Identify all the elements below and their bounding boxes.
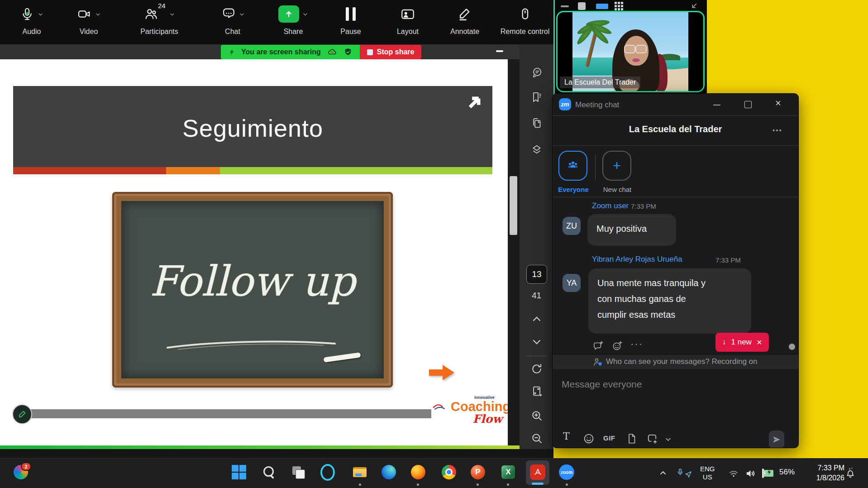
stop-share-button[interactable]: Stop share [360,45,422,59]
emoji-button[interactable] [582,432,595,445]
chat-minimize-button[interactable] [713,105,720,105]
alexa-app-button[interactable] [318,460,338,484]
firefox-button[interactable] [408,460,428,484]
window-minimize-dash[interactable] [496,50,503,52]
message-bubble[interactable]: Una mente mas tranquila y con muchas gan… [588,268,751,334]
layers-icon[interactable] [530,143,543,156]
language-indicator[interactable]: ENG US [700,465,715,481]
composer-chevron-icon[interactable] [665,436,672,443]
share-scrollbar-track[interactable] [508,59,520,445]
share-scrollbar-thumb[interactable] [510,176,517,235]
share-label: Share [284,28,303,35]
screen-share-region: You are screen sharing Stop share Seguim… [0,44,553,458]
remote-control-button[interactable]: Remote control [496,0,554,44]
message-bubble[interactable]: Muy positiva [587,214,676,246]
zoom-in-icon[interactable] [530,409,543,422]
message-sender[interactable]: Yibran Arley Rojas Urueña [592,255,682,264]
avatar[interactable]: YA [563,274,581,292]
wifi-icon[interactable] [728,468,739,479]
tab-new-chat[interactable]: + [602,151,631,181]
annotate-label: Annotate [450,28,479,35]
participants-chevron-icon[interactable] [169,11,175,17]
chat-more-options-button[interactable]: ••• [773,126,782,134]
screenshot-button[interactable] [646,432,658,445]
avatar[interactable]: ZU [563,217,581,235]
share-up-arrow-icon [278,5,299,23]
tray-location-icon[interactable] [684,470,692,478]
fit-page-icon[interactable] [530,385,543,397]
search-button[interactable] [259,460,279,484]
panel-view-strip-icon-active[interactable] [596,4,608,9]
audio-chevron-icon[interactable] [38,11,43,17]
more-actions-button[interactable]: ··· [630,338,643,350]
tray-chevron-icon[interactable] [658,469,668,478]
copy-pages-icon[interactable] [530,117,543,129]
battery-icon[interactable] [762,469,764,478]
tray-microphone-icon[interactable] [676,467,684,478]
layout-button[interactable]: Layout [378,0,437,44]
everyone-people-icon [565,159,581,172]
message-input[interactable]: Message everyone [562,379,642,390]
share-button[interactable]: Share [264,0,323,44]
start-button[interactable] [229,460,249,484]
audio-button[interactable]: Audio [2,0,61,44]
pause-button[interactable]: Pause [321,0,380,44]
video-thumbnail-panel: La Escuela Del Trader [553,0,707,94]
add-reaction-icon[interactable] [611,340,623,352]
refresh-icon[interactable] [530,363,543,375]
chrome-button[interactable] [439,460,459,484]
chat-button[interactable]: Chat [203,0,262,44]
zoom-out-icon[interactable] [530,432,543,445]
annotation-pencil-badge[interactable] [12,404,32,424]
speaker-icon[interactable] [745,468,757,479]
participants-button[interactable]: 24 Participants [130,0,189,44]
clock[interactable]: 7:33 PM 1/8/2026 [805,463,844,483]
zoom-app-button[interactable]: zoom [557,460,577,484]
chevron-down-icon[interactable] [531,336,542,347]
notification-bell-icon[interactable]: z z [844,467,856,479]
pause-icon [346,7,356,21]
attach-file-button[interactable] [626,432,638,445]
annotate-button[interactable]: Annotate [435,0,494,44]
new-message-button[interactable]: ↓ 1 new × [715,333,769,352]
dismiss-new-message-icon[interactable]: × [757,337,762,348]
comment-summary-icon[interactable] [530,66,543,79]
tab-everyone-label: Everyone [553,186,594,193]
format-text-button[interactable]: T [563,431,570,442]
video-chevron-icon[interactable] [95,11,101,17]
bookmark-list-icon[interactable] [530,91,543,104]
chat-maximize-button[interactable] [744,101,752,108]
chevron-up-icon[interactable] [531,314,542,325]
slide-accent-stripe [13,167,492,174]
edge-icon [382,465,396,479]
file-explorer-button[interactable] [350,460,370,484]
powerpoint-button[interactable]: P [468,460,488,484]
current-page-box[interactable]: 13 [526,265,547,284]
chat-close-button[interactable]: × [775,97,781,109]
tab-everyone[interactable] [558,151,587,181]
gif-button[interactable]: GIF [603,434,615,442]
edge-browser-button[interactable] [379,460,399,484]
stripe-green-segment [220,167,492,174]
chalk-piece [324,352,361,362]
panel-minimize-icon[interactable] [561,5,569,7]
share-chevron-icon[interactable] [302,11,308,17]
privacy-note-bar[interactable]: Who can see your messages? Recording on [553,354,798,369]
task-view-button[interactable] [288,460,308,484]
chat-divider [553,115,798,116]
collapse-arrow-icon[interactable] [690,2,698,10]
language-line1: ENG [700,465,715,473]
chat-scrollbar-thumb[interactable] [789,344,795,350]
message-sender[interactable]: Zoom user [592,201,629,211]
participant-video-tile[interactable]: La Escuela Del Trader [556,11,705,92]
panel-gallery-grid-icon[interactable] [615,2,623,10]
acrobat-button[interactable] [528,460,548,484]
security-shield-icon[interactable] [343,47,353,57]
send-message-button[interactable] [769,431,784,448]
panel-view-square-icon[interactable] [578,2,586,10]
video-button[interactable]: Video [59,0,118,44]
cloud-recording-icon[interactable] [326,47,338,57]
chat-chevron-icon[interactable] [239,11,245,17]
excel-button[interactable]: X [498,460,518,484]
reply-in-thread-icon[interactable] [592,340,604,352]
